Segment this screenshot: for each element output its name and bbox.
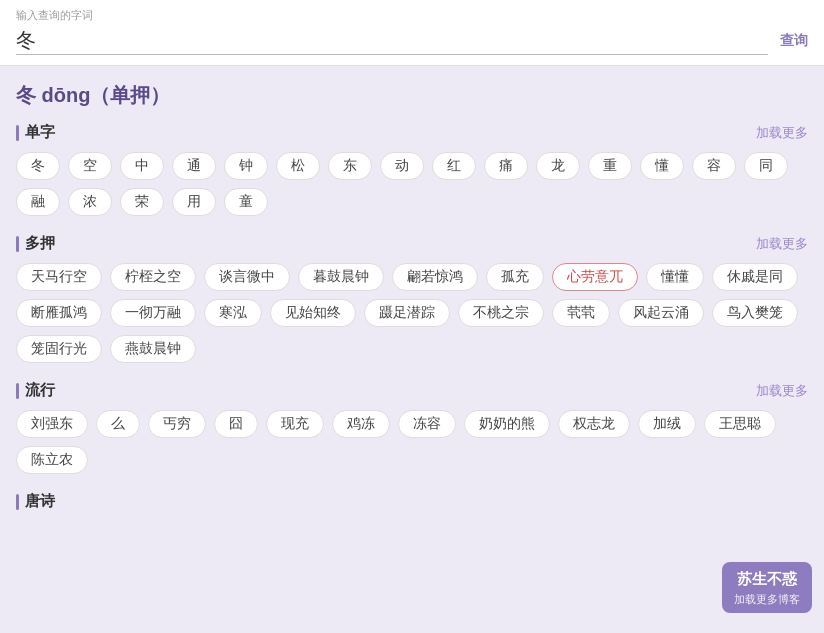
- tag-item[interactable]: 暮鼓晨钟: [298, 263, 384, 291]
- watermark-sub: 加载更多博客: [734, 591, 800, 608]
- section-single: 单字加载更多冬空中通钟松东动红痛龙重懂容同融浓荣用童: [16, 123, 808, 216]
- tag-item[interactable]: 冬: [16, 152, 60, 180]
- section-tangshi: 唐诗: [16, 492, 808, 511]
- tag-item[interactable]: 寒泓: [204, 299, 262, 327]
- tag-item[interactable]: 奶奶的熊: [464, 410, 550, 438]
- load-more-popular[interactable]: 加载更多: [756, 382, 808, 400]
- search-label: 输入查询的字词: [16, 8, 808, 23]
- tag-item[interactable]: 同: [744, 152, 788, 180]
- section-header-single: 单字加载更多: [16, 123, 808, 142]
- tag-item[interactable]: 红: [432, 152, 476, 180]
- tag-item[interactable]: 东: [328, 152, 372, 180]
- tag-item[interactable]: 丐穷: [148, 410, 206, 438]
- tag-item[interactable]: 钟: [224, 152, 268, 180]
- tag-item[interactable]: 见始知终: [270, 299, 356, 327]
- tag-item[interactable]: 用: [172, 188, 216, 216]
- search-bar: 输入查询的字词 查询: [0, 0, 824, 66]
- char-title: 冬 dōng（单押）: [16, 78, 808, 109]
- tag-item[interactable]: 中: [120, 152, 164, 180]
- tag-item[interactable]: 加绒: [638, 410, 696, 438]
- tag-item[interactable]: 鸡冻: [332, 410, 390, 438]
- tag-item[interactable]: 笼固行光: [16, 335, 102, 363]
- tag-item[interactable]: 容: [692, 152, 736, 180]
- tag-item[interactable]: 心劳意兀: [552, 263, 638, 291]
- tag-item[interactable]: 权志龙: [558, 410, 630, 438]
- tag-item[interactable]: 动: [380, 152, 424, 180]
- tag-item[interactable]: 松: [276, 152, 320, 180]
- section-title-multi: 多押: [16, 234, 55, 253]
- tag-item[interactable]: 浓: [68, 188, 112, 216]
- tag-item[interactable]: 风起云涌: [618, 299, 704, 327]
- tags-row-multi: 天马行空柠桎之空谈言微中暮鼓晨钟翩若惊鸿孤充心劳意兀懂懂休戚是同断雁孤鸿一彻万融…: [16, 263, 808, 363]
- tag-item[interactable]: 么: [96, 410, 140, 438]
- watermark-brand: 苏生不惑: [734, 568, 800, 591]
- tag-item[interactable]: 重: [588, 152, 632, 180]
- tags-row-single: 冬空中通钟松东动红痛龙重懂容同融浓荣用童: [16, 152, 808, 216]
- tag-item[interactable]: 蹑足潜踪: [364, 299, 450, 327]
- section-header-tangshi: 唐诗: [16, 492, 808, 511]
- search-row: 查询: [16, 27, 808, 55]
- section-title-popular: 流行: [16, 381, 55, 400]
- tag-item[interactable]: 现充: [266, 410, 324, 438]
- tag-item[interactable]: 鸟入樊笼: [712, 299, 798, 327]
- search-input[interactable]: [16, 27, 768, 55]
- section-header-popular: 流行加载更多: [16, 381, 808, 400]
- tag-item[interactable]: 冻容: [398, 410, 456, 438]
- main-content: 冬 dōng（单押） 单字加载更多冬空中通钟松东动红痛龙重懂容同融浓荣用童多押加…: [0, 66, 824, 633]
- tag-item[interactable]: 王思聪: [704, 410, 776, 438]
- section-multi: 多押加载更多天马行空柠桎之空谈言微中暮鼓晨钟翩若惊鸿孤充心劳意兀懂懂休戚是同断雁…: [16, 234, 808, 363]
- tag-item[interactable]: 柠桎之空: [110, 263, 196, 291]
- tag-item[interactable]: 燕鼓晨钟: [110, 335, 196, 363]
- section-title-tangshi: 唐诗: [16, 492, 55, 511]
- tag-item[interactable]: 融: [16, 188, 60, 216]
- tag-item[interactable]: 通: [172, 152, 216, 180]
- load-more-single[interactable]: 加载更多: [756, 124, 808, 142]
- load-more-multi[interactable]: 加载更多: [756, 235, 808, 253]
- tag-item[interactable]: 痛: [484, 152, 528, 180]
- tag-item[interactable]: 荣: [120, 188, 164, 216]
- tag-item[interactable]: 翩若惊鸿: [392, 263, 478, 291]
- tag-item[interactable]: 懂懂: [646, 263, 704, 291]
- tag-item[interactable]: 一彻万融: [110, 299, 196, 327]
- tag-item[interactable]: 休戚是同: [712, 263, 798, 291]
- tag-item[interactable]: 谈言微中: [204, 263, 290, 291]
- tag-item[interactable]: 陈立农: [16, 446, 88, 474]
- search-button[interactable]: 查询: [780, 32, 808, 50]
- section-title-single: 单字: [16, 123, 55, 142]
- tag-item[interactable]: 龙: [536, 152, 580, 180]
- watermark: 苏生不惑 加载更多博客: [722, 562, 812, 613]
- tag-item[interactable]: 懂: [640, 152, 684, 180]
- section-header-multi: 多押加载更多: [16, 234, 808, 253]
- tag-item[interactable]: 天马行空: [16, 263, 102, 291]
- sections-container: 单字加载更多冬空中通钟松东动红痛龙重懂容同融浓荣用童多押加载更多天马行空柠桎之空…: [16, 123, 808, 511]
- tag-item[interactable]: 童: [224, 188, 268, 216]
- tag-item[interactable]: 断雁孤鸿: [16, 299, 102, 327]
- tag-item[interactable]: 孤充: [486, 263, 544, 291]
- tag-item[interactable]: 刘强东: [16, 410, 88, 438]
- tag-item[interactable]: 囧: [214, 410, 258, 438]
- tag-item[interactable]: 茕茕: [552, 299, 610, 327]
- tags-row-popular: 刘强东么丐穷囧现充鸡冻冻容奶奶的熊权志龙加绒王思聪陈立农: [16, 410, 808, 474]
- tag-item[interactable]: 空: [68, 152, 112, 180]
- tag-item[interactable]: 不桃之宗: [458, 299, 544, 327]
- section-popular: 流行加载更多刘强东么丐穷囧现充鸡冻冻容奶奶的熊权志龙加绒王思聪陈立农: [16, 381, 808, 474]
